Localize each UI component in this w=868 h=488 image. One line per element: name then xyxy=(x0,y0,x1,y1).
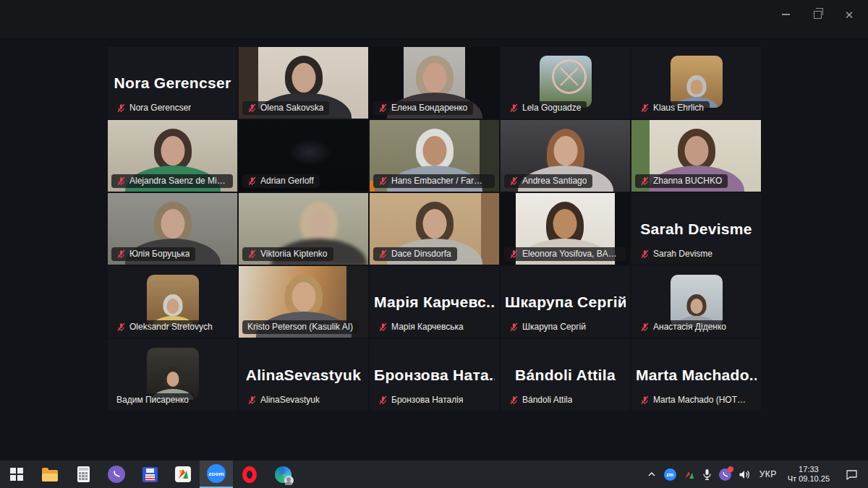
participant-label: Lela Goguadze xyxy=(504,101,587,115)
silhouette-face xyxy=(422,209,446,239)
participant-label-text: Marta Machado (HOTREC) xyxy=(653,395,751,405)
medoc-tray-icon[interactable] xyxy=(680,461,699,488)
participant-tile[interactable]: Zhanna BUCHKO xyxy=(631,120,761,192)
floppy-disk-icon xyxy=(142,467,158,482)
participant-label: Hans Embacher / Farm Holid... xyxy=(373,174,495,188)
language-indicator[interactable]: УКР xyxy=(754,461,782,488)
microphone-tray-icon[interactable] xyxy=(699,461,715,488)
windows-taskbar: zoom zm УКР 17:33 Чт 09.10.25 xyxy=(0,461,868,488)
participant-tile[interactable]: Nora Gerencser Nora Gerencser xyxy=(108,47,237,119)
participant-tile[interactable]: Dace Dinsdorfa xyxy=(370,193,499,265)
close-icon: ✕ xyxy=(845,9,854,20)
file-explorer-button[interactable] xyxy=(33,461,67,488)
participant-label-text: Бронзова Наталія xyxy=(391,395,463,405)
participant-tile[interactable]: Юлія Боруцька xyxy=(108,193,237,265)
participant-tile[interactable]: Andrea Santiago xyxy=(501,120,630,192)
participant-label: Olena Sakovska xyxy=(242,101,329,115)
muted-mic-icon xyxy=(378,249,388,259)
close-button[interactable]: ✕ xyxy=(833,5,865,24)
participant-tile[interactable]: Lela Goguadze xyxy=(501,47,630,119)
participant-avatar xyxy=(671,56,723,108)
medoc-button[interactable] xyxy=(166,461,200,488)
participant-tile[interactable]: Бронзова Ната... Бронзова Наталія xyxy=(370,339,499,411)
participant-label: Марія Карчевська xyxy=(373,320,469,334)
participant-label-text: Nora Gerencser xyxy=(129,103,191,113)
participant-label-text: Юлія Боруцька xyxy=(129,249,190,259)
participant-tile[interactable]: Marta Machado... Marta Machado (HOTREC) xyxy=(631,339,761,411)
participant-label: Zhanna BUCHKO xyxy=(635,174,728,188)
participant-label-text: Bándoli Attila xyxy=(522,395,572,405)
silhouette-face xyxy=(166,299,179,314)
viber-button[interactable] xyxy=(100,461,133,488)
backup-app-button[interactable] xyxy=(133,461,166,488)
participant-tile[interactable]: Viktoriia Kiptenko xyxy=(239,193,368,265)
participant-label-text: Viktoriia Kiptenko xyxy=(260,249,328,259)
silhouette-face xyxy=(553,136,577,166)
participant-label: Adrian Gerloff xyxy=(242,174,320,188)
muted-mic-icon xyxy=(640,103,650,113)
silhouette-face xyxy=(690,80,702,95)
participant-label: Вадим Писаренко xyxy=(111,393,195,407)
participant-tile[interactable]: Марія Карчевс... Марія Карчевська xyxy=(370,266,499,338)
participant-name-text: Бронзова Ната... xyxy=(374,367,495,384)
muted-mic-icon xyxy=(116,176,126,186)
start-button[interactable] xyxy=(0,461,33,488)
window-controls: ✕ xyxy=(770,5,865,24)
participant-label-text: Lela Goguadze xyxy=(522,103,581,113)
folder-icon xyxy=(42,470,58,481)
participant-name-text: Bándoli Attila xyxy=(505,367,626,384)
participant-tile[interactable]: Елена Бондаренко xyxy=(370,47,499,119)
muted-mic-icon xyxy=(378,395,388,405)
participant-tile[interactable]: Klaus Ehrlich xyxy=(631,47,761,119)
participant-tile[interactable]: Oleksandr Stretovych xyxy=(108,266,237,338)
participant-label: Анастасія Діденко xyxy=(635,320,732,334)
zoom-tray-icon[interactable]: zm xyxy=(660,461,680,488)
participant-label-text: Dace Dinsdorfa xyxy=(391,249,451,259)
participant-tile[interactable]: Kristo Peterson (Kasulik AI) xyxy=(239,266,368,338)
muted-mic-icon xyxy=(378,322,388,332)
notification-dot xyxy=(728,466,733,472)
participant-label-text: Анастасія Діденко xyxy=(653,322,726,332)
restore-icon xyxy=(814,11,822,19)
notification-bubble-icon xyxy=(846,469,858,480)
viber-tray-icon[interactable] xyxy=(715,461,735,488)
participant-tile[interactable]: Sarah Devisme Sarah Devisme xyxy=(631,193,761,265)
zoom-app-button[interactable]: zoom xyxy=(200,461,233,488)
action-center-button[interactable] xyxy=(835,461,868,488)
participant-tile[interactable]: Eleonora Yosifova, BAAT Bul... xyxy=(501,193,630,265)
muted-mic-icon xyxy=(640,322,650,332)
silhouette-face xyxy=(553,209,577,239)
participant-tile[interactable]: Alejandra Saenz de Miera xyxy=(108,120,237,192)
participant-label-text: Kristo Peterson (Kasulik AI) xyxy=(247,322,353,332)
participant-label: Eleonora Yosifova, BAAT Bul... xyxy=(504,247,626,261)
participant-tile[interactable]: Bándoli Attila Bándoli Attila xyxy=(501,339,630,411)
zm-label: zm xyxy=(666,472,673,477)
participant-tile[interactable]: Olena Sakovska xyxy=(239,47,368,119)
minimize-button[interactable] xyxy=(770,5,801,24)
hidden-icons-button[interactable] xyxy=(643,461,660,488)
calculator-button[interactable] xyxy=(67,461,100,488)
participant-label: Klaus Ehrlich xyxy=(635,101,710,115)
edge-button[interactable] xyxy=(266,461,299,488)
participant-tile[interactable]: Анастасія Діденко xyxy=(631,266,761,338)
participant-label: Бронзова Наталія xyxy=(373,393,469,407)
volume-tray-icon[interactable] xyxy=(735,461,754,488)
participant-gallery: Nora Gerencser Nora Gerencser xyxy=(108,47,761,411)
participant-label-text: Oleksandr Stretovych xyxy=(129,322,213,332)
participant-tile[interactable]: Вадим Писаренко xyxy=(108,339,237,411)
participant-tile[interactable]: Шкарупа Сергій Шкарупа Сергій xyxy=(501,266,630,338)
participant-label-text: Шкарупа Сергій xyxy=(522,322,586,332)
muted-mic-icon xyxy=(509,249,519,259)
muted-mic-icon xyxy=(509,395,519,405)
taskbar-clock[interactable]: 17:33 Чт 09.10.25 xyxy=(782,461,835,488)
participant-label-text: Adrian Gerloff xyxy=(260,176,314,186)
silhouette-face xyxy=(422,63,446,93)
participant-tile[interactable]: Hans Embacher / Farm Holid... xyxy=(370,120,499,192)
silhouette-face xyxy=(292,282,315,312)
muted-mic-icon xyxy=(640,176,650,186)
opera-button[interactable] xyxy=(233,461,266,488)
participant-tile[interactable]: Adrian Gerloff xyxy=(239,120,368,192)
restore-button[interactable] xyxy=(801,5,833,24)
participant-name-text: Nora Gerencser xyxy=(112,74,233,92)
participant-tile[interactable]: AlinaSevastyuk AlinaSevastyuk xyxy=(239,339,368,411)
